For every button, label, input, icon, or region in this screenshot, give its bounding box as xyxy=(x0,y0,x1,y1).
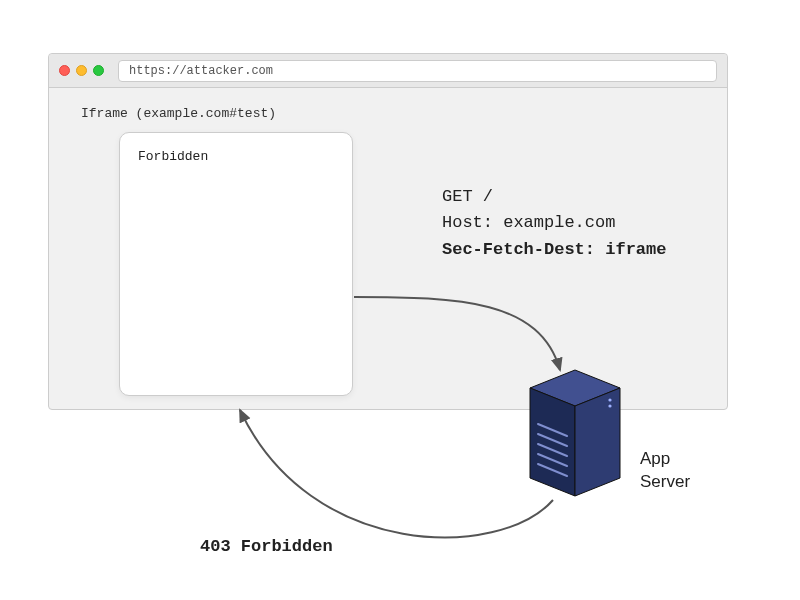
server-label: AppServer xyxy=(640,448,690,494)
iframe-box: Forbidden xyxy=(119,132,353,396)
svg-line-7 xyxy=(538,464,567,476)
iframe-content: Forbidden xyxy=(138,149,334,164)
request-line: GET / xyxy=(442,184,666,210)
request-host: Host: example.com xyxy=(442,210,666,236)
svg-line-6 xyxy=(538,454,567,466)
http-response: 403 Forbidden xyxy=(200,537,333,556)
browser-chrome: https://attacker.com xyxy=(49,54,727,88)
window-close-dot xyxy=(59,65,70,76)
window-minimize-dot xyxy=(76,65,87,76)
window-zoom-dot xyxy=(93,65,104,76)
svg-line-5 xyxy=(538,444,567,456)
svg-line-4 xyxy=(538,434,567,446)
request-sec-fetch-dest: Sec-Fetch-Dest: iframe xyxy=(442,237,666,263)
iframe-label: Iframe (example.com#test) xyxy=(81,106,276,121)
response-arrow xyxy=(240,410,553,537)
http-request: GET / Host: example.com Sec-Fetch-Dest: … xyxy=(442,184,666,263)
address-bar: https://attacker.com xyxy=(118,60,717,82)
svg-line-3 xyxy=(538,424,567,436)
